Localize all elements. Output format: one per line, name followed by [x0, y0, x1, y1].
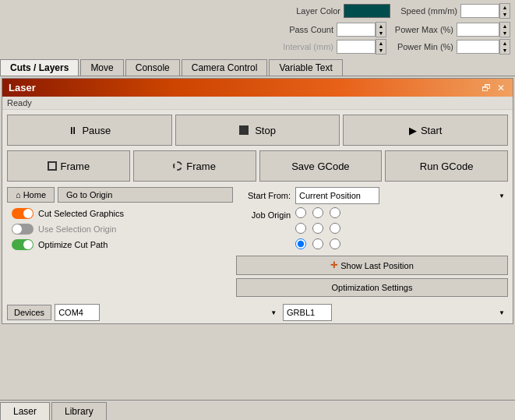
home-icon: ⌂	[16, 190, 21, 199]
speed-up[interactable]: ▲	[500, 4, 510, 11]
crosshair-icon: ✛	[330, 260, 337, 270]
use-selection-toggle[interactable]	[12, 224, 34, 235]
origin-tr[interactable]	[330, 207, 340, 218]
bottom-tab-library[interactable]: Library	[51, 402, 107, 420]
bottom-tab-laser[interactable]: Laser	[0, 402, 50, 420]
run-gcode-button[interactable]: Run GCode	[385, 150, 508, 182]
right-controls: Start From: Current Position User Origin…	[236, 187, 508, 300]
speed-spinners: ▲ ▼	[499, 3, 510, 19]
frame2-label: Frame	[186, 161, 216, 172]
status-bar: Ready	[2, 97, 513, 110]
pass-count-down[interactable]: ▼	[376, 30, 386, 37]
tab-console[interactable]: Console	[125, 59, 180, 76]
start-button[interactable]: ▶ Start	[343, 115, 508, 146]
frame1-button[interactable]: Frame	[7, 150, 130, 182]
stop-button[interactable]: Stop	[175, 115, 340, 146]
pass-count-spinners: ▲ ▼	[376, 22, 386, 37]
show-last-position-button[interactable]: ✛ Show Last Position	[236, 256, 508, 275]
start-label: Start	[421, 125, 442, 136]
origin-tl[interactable]	[295, 207, 306, 218]
job-origin-label: Job Origin	[236, 207, 291, 220]
origin-bc[interactable]	[312, 238, 323, 249]
start-from-row: Start From: Current Position User Origin…	[236, 187, 508, 204]
power-max-spinners: ▲ ▼	[499, 22, 510, 37]
origin-mr[interactable]	[330, 223, 340, 234]
device-name-select[interactable]: GRBL1 GRBL2	[283, 304, 332, 321]
start-from-label: Start From:	[236, 191, 291, 200]
origin-tc[interactable]	[312, 207, 323, 218]
main-control-row: ⏸ Pause Stop ▶ Start	[2, 110, 513, 148]
origin-ml[interactable]	[295, 223, 306, 234]
home-button[interactable]: ⌂ Home	[7, 187, 55, 203]
start-from-select[interactable]: Current Position User Origin Absolute Co…	[295, 187, 379, 204]
power-min-input[interactable]: 100,00	[457, 40, 499, 54]
pass-count-input[interactable]: 3	[337, 23, 376, 37]
laser-panel: Laser 🗗 ✕ Ready ⏸ Pause Stop ▶ Start Fra…	[2, 78, 513, 324]
stop-label: Stop	[255, 125, 276, 136]
devices-button[interactable]: Devices	[7, 305, 51, 320]
power-max-input[interactable]: 100,00	[457, 23, 499, 37]
speed-down[interactable]: ▼	[500, 11, 510, 18]
stop-icon	[239, 125, 249, 135]
power-max-label: Power Max (%)	[391, 25, 453, 34]
save-gcode-button[interactable]: Save GCode	[259, 150, 383, 182]
laser-header-buttons: 🗗 ✕	[480, 83, 506, 94]
top-bar: Layer Color Speed (mm/m) 285 ▲ ▼	[0, 0, 515, 22]
com-port-select[interactable]: COM4 COM1 COM2 COM3	[55, 304, 100, 321]
power-min-up[interactable]: ▲	[500, 40, 510, 47]
run-gcode-label: Run GCode	[420, 161, 474, 172]
tab-camera-control[interactable]: Camera Control	[182, 59, 268, 76]
frame2-button[interactable]: Frame	[133, 150, 256, 182]
cut-selected-label: Cut Selected Graphics	[38, 209, 124, 218]
pause-button[interactable]: ⏸ Pause	[7, 115, 172, 146]
start-from-select-wrapper: Current Position User Origin Absolute Co…	[295, 187, 508, 204]
origin-grid	[295, 207, 345, 252]
devices-label: Devices	[14, 308, 44, 317]
tab-move[interactable]: Move	[80, 59, 123, 76]
origin-br[interactable]	[330, 238, 340, 249]
cut-selected-toggle[interactable]	[12, 208, 34, 219]
optimization-settings-label: Optimization Settings	[332, 283, 413, 292]
tab-variable-text[interactable]: Variable Text	[269, 59, 342, 76]
tab-cuts-layers[interactable]: Cuts / Layers	[0, 59, 79, 76]
interval-down[interactable]: ▼	[376, 47, 386, 54]
job-origin-row: Job Origin	[236, 207, 508, 252]
left-controls: ⌂ Home Go to Origin Cut Selected Graphic…	[7, 187, 233, 300]
use-selection-row: Use Selection Origin	[7, 221, 233, 237]
laser-panel-title: Laser	[9, 82, 36, 94]
start-icon: ▶	[409, 125, 417, 136]
minimize-button[interactable]: 🗗	[480, 83, 492, 94]
speed-label: Speed (mm/m)	[395, 6, 457, 16]
power-max-up[interactable]: ▲	[500, 23, 510, 30]
interval-input[interactable]: 0.100	[337, 40, 376, 54]
pass-count-group: 3 ▲ ▼	[337, 22, 386, 37]
show-last-position-label: Show Last Position	[340, 261, 414, 270]
laser-panel-header: Laser 🗗 ✕	[2, 79, 513, 97]
interval-up[interactable]: ▲	[376, 40, 386, 47]
power-max-down[interactable]: ▼	[500, 30, 510, 37]
power-max-group: 100,00 ▲ ▼	[457, 22, 510, 37]
pause-icon: ⏸	[68, 125, 78, 136]
power-min-group: 100,00 ▲ ▼	[457, 39, 510, 55]
save-gcode-label: Save GCode	[291, 161, 349, 172]
com-port-wrapper: COM4 COM1 COM2 COM3	[55, 304, 280, 321]
use-selection-label: Use Selection Origin	[38, 224, 116, 234]
frame-control-row: Frame Frame Save GCode Run GCode	[2, 148, 513, 184]
layer-color-box[interactable]	[344, 4, 390, 18]
close-button[interactable]: ✕	[496, 83, 506, 94]
pass-count-up[interactable]: ▲	[376, 23, 386, 30]
cut-selected-row: Cut Selected Graphics	[7, 206, 233, 221]
pause-label: Pause	[82, 125, 111, 136]
interval-group: 0.100 ▲ ▼	[337, 39, 386, 55]
speed-input-group: 285 ▲ ▼	[460, 3, 510, 19]
origin-mc[interactable]	[312, 223, 323, 234]
optimize-cut-toggle[interactable]	[12, 239, 34, 250]
origin-bl[interactable]	[295, 238, 306, 249]
frame1-icon	[48, 161, 57, 171]
speed-input[interactable]: 285	[460, 4, 499, 18]
main-tab-bar: Cuts / Layers Move Console Camera Contro…	[0, 58, 515, 76]
home-label: Home	[23, 190, 46, 199]
go-to-origin-button[interactable]: Go to Origin	[58, 187, 233, 203]
power-min-down[interactable]: ▼	[500, 47, 510, 54]
optimization-settings-button[interactable]: Optimization Settings	[236, 278, 508, 297]
